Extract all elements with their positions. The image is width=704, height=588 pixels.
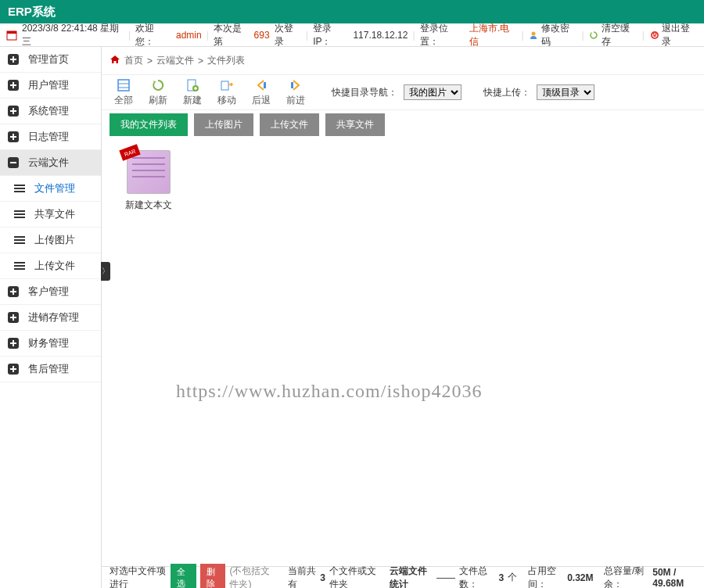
breadcrumb-home[interactable]: 首页: [124, 54, 143, 67]
svg-rect-9: [221, 81, 228, 90]
sidebar-item-8[interactable]: 上传文件: [0, 253, 101, 279]
plus-icon: [8, 131, 19, 142]
plus-icon: [8, 54, 19, 65]
quick-nav-select[interactable]: 我的图片: [404, 84, 462, 100]
svg-rect-4: [118, 80, 129, 91]
tool-forward[interactable]: 前进: [282, 78, 310, 107]
sidebar-item-1[interactable]: 用户管理: [0, 73, 101, 99]
sidebar-item-4[interactable]: 云端文件: [0, 150, 101, 176]
file-thumb: RAR: [127, 150, 171, 194]
username: admin: [176, 30, 202, 41]
new-icon: [185, 78, 199, 92]
logout-link[interactable]: 退出登录: [649, 22, 698, 48]
delete-button[interactable]: 删除: [200, 564, 226, 589]
sidebar-item-label: 云端文件: [28, 156, 69, 170]
tab-upload-file[interactable]: 上传文件: [260, 113, 319, 136]
sidebar-item-9[interactable]: 客户管理: [0, 279, 101, 305]
user-icon: [529, 30, 539, 41]
refresh-icon: [589, 30, 599, 41]
tool-all[interactable]: 全部: [110, 78, 138, 107]
refresh-icon: [151, 78, 165, 92]
tab-my-files[interactable]: 我的文件列表: [110, 113, 188, 136]
plus-icon: [8, 106, 19, 117]
content-area: 首页 > 云端文件 > 文件列表 全部 刷新 新建 移动: [102, 47, 704, 588]
quick-upload-label: 快捷上传：: [483, 86, 530, 99]
app-title-bar: ERP系统: [0, 0, 704, 23]
sidebar-item-5[interactable]: 文件管理: [0, 176, 101, 202]
sidebar-item-label: 上传图片: [34, 233, 75, 247]
plus-icon: [8, 364, 19, 375]
stat-title: 云端文件统计: [390, 565, 433, 589]
power-icon: [649, 30, 659, 41]
list-icon: [14, 236, 25, 244]
back-icon: [254, 78, 268, 92]
clear-cache-link[interactable]: 清空缓存: [589, 22, 638, 48]
sidebar-item-0[interactable]: 管理首页: [0, 47, 101, 73]
footer-bar: 对选中文件项进行 全选 删除 (不包括文件夹) 当前共有 3 个文件或文件夹 云…: [102, 566, 704, 588]
file-area: RAR 新建文本文 https://www.huzhan.com/ishop42…: [102, 138, 704, 588]
sidebar-item-label: 财务管理: [28, 336, 69, 350]
list-icon: [14, 210, 25, 218]
file-name: 新建文本文: [125, 199, 172, 212]
tab-share-file[interactable]: 共享文件: [325, 113, 385, 136]
sidebar-item-label: 文件管理: [34, 181, 75, 195]
sidebar-item-label: 上传文件: [34, 259, 75, 273]
tab-upload-image[interactable]: 上传图片: [194, 113, 253, 136]
sidebar-item-label: 共享文件: [34, 207, 75, 221]
plus-icon: [8, 312, 19, 323]
sidebar-item-label: 系统管理: [28, 104, 69, 118]
sidebar-item-label: 客户管理: [28, 285, 69, 299]
sidebar-item-12[interactable]: 售后管理: [0, 357, 101, 382]
quick-upload-select[interactable]: 顶级目录: [537, 84, 594, 100]
forward-icon: [289, 78, 303, 92]
login-ip-label: 登录IP：: [313, 22, 348, 48]
change-password-link[interactable]: 修改密码: [529, 22, 577, 48]
tool-new[interactable]: 新建: [178, 78, 207, 107]
select-all-button[interactable]: 全选: [171, 564, 196, 589]
minus-icon: [8, 157, 19, 168]
tabs: 我的文件列表 上传图片 上传文件 共享文件: [102, 110, 704, 138]
move-icon: [220, 78, 234, 92]
sidebar-item-6[interactable]: 共享文件: [0, 202, 101, 228]
sidebar-item-7[interactable]: 上传图片: [0, 228, 101, 253]
tool-back[interactable]: 后退: [247, 78, 275, 107]
sidebar-item-label: 日志管理: [28, 130, 69, 144]
tool-refresh[interactable]: 刷新: [144, 78, 172, 107]
calendar-icon: [6, 30, 17, 41]
list-icon: [14, 185, 25, 192]
sidebar-item-3[interactable]: 日志管理: [0, 124, 101, 150]
list-icon: [14, 262, 25, 270]
plus-icon: [8, 286, 19, 297]
svg-rect-11: [291, 82, 293, 88]
login-count: 693: [254, 30, 270, 41]
login-ip: 117.18.12.12: [353, 30, 408, 41]
total-count: 3: [499, 572, 505, 583]
sidebar-item-label: 进销存管理: [28, 310, 79, 324]
sidebar-item-label: 用户管理: [28, 78, 69, 92]
space-used: 0.32M: [567, 572, 593, 583]
breadcrumb-l1[interactable]: 云端文件: [156, 54, 194, 67]
sidebar: 管理首页用户管理系统管理日志管理云端文件文件管理共享文件上传图片上传文件客户管理…: [0, 47, 102, 588]
datetime: 2023/3/8 22:41:48 星期三: [22, 22, 124, 48]
home-icon[interactable]: [110, 54, 120, 67]
plus-icon: [8, 80, 19, 91]
watermark: https://www.huzhan.com/ishop42036: [176, 381, 482, 402]
sidebar-item-2[interactable]: 系统管理: [0, 99, 101, 124]
sidebar-item-11[interactable]: 财务管理: [0, 331, 101, 357]
grid-icon: [117, 78, 131, 92]
breadcrumb: 首页 > 云端文件 > 文件列表: [102, 47, 704, 75]
quick-nav-label: 快捷目录导航：: [332, 86, 397, 99]
sidebar-item-label: 售后管理: [28, 362, 69, 376]
tool-move[interactable]: 移动: [213, 78, 241, 107]
footer-label: 对选中文件项进行: [110, 565, 167, 589]
info-bar: 2023/3/8 22:41:48 星期三 | 欢迎您： admin | 本次是…: [0, 23, 704, 47]
svg-rect-10: [264, 82, 266, 88]
sidebar-item-10[interactable]: 进销存管理: [0, 305, 101, 331]
file-item[interactable]: RAR 新建文本文: [113, 150, 184, 212]
capacity: 50M / 49.68M: [652, 567, 696, 589]
app-title: ERP系统: [8, 5, 56, 20]
sidebar-item-label: 管理首页: [28, 52, 69, 66]
login-loc-label: 登录位置：: [420, 22, 465, 48]
login-count-post: 次登录: [275, 22, 301, 48]
welcome-label: 欢迎您：: [135, 22, 171, 48]
